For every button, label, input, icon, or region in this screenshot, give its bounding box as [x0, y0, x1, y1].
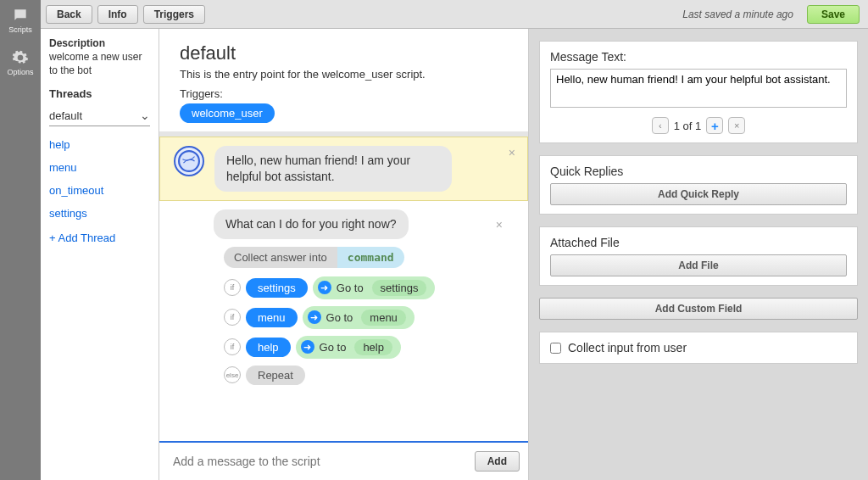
- description-label: Description: [49, 37, 150, 49]
- thread-subtitle: This is the entry point for the welcome_…: [180, 68, 508, 81]
- thread-title: default: [180, 42, 508, 64]
- thread-selected: default: [49, 109, 82, 122]
- message-text-label: Message Text:: [550, 50, 847, 64]
- add-file-button[interactable]: Add File: [550, 254, 847, 276]
- chevron-down-icon: ⌄: [140, 109, 150, 122]
- main: Back Info Triggers Last saved a minute a…: [41, 0, 868, 480]
- description-text: welcome a new user to the bot: [49, 51, 150, 77]
- back-button[interactable]: Back: [46, 5, 92, 24]
- branch-row[interactable]: if menu ➜ Go to menu: [224, 306, 515, 329]
- pager-delete-button[interactable]: ×: [728, 117, 745, 134]
- message-pager: ‹ 1 of 1 + ×: [550, 117, 847, 134]
- pager-status: 1 of 1: [674, 120, 702, 132]
- branch-condition[interactable]: settings: [246, 278, 308, 298]
- rail-scripts-label: Scripts: [8, 25, 32, 34]
- message-text-card: Message Text: ‹ 1 of 1 + ×: [539, 41, 858, 143]
- arrow-right-icon: ➜: [318, 281, 331, 294]
- delete-message-icon[interactable]: ×: [496, 218, 503, 232]
- svg-point-0: [179, 151, 199, 171]
- branch-condition[interactable]: help: [246, 338, 291, 357]
- branch-goto[interactable]: ➜ Go to settings: [313, 276, 436, 299]
- triggers-button[interactable]: Triggers: [143, 5, 205, 24]
- delete-message-icon[interactable]: ×: [509, 146, 515, 159]
- thread-select[interactable]: default ⌄: [49, 105, 150, 126]
- message-row-selected[interactable]: Hello, new human friend! I am your helpf…: [159, 137, 528, 201]
- save-button[interactable]: Save: [807, 5, 860, 24]
- toolbar: Back Info Triggers Last saved a minute a…: [41, 0, 868, 29]
- goto-target: menu: [361, 310, 406, 326]
- quick-replies-label: Quick Replies: [550, 165, 847, 178]
- attached-file-card: Attached File Add File: [539, 226, 858, 286]
- workspace: Description welcome a new user to the bo…: [41, 29, 868, 480]
- goto-label: Go to: [320, 341, 347, 354]
- message-bubble: What can I do for you right now?: [214, 209, 409, 239]
- collect-answer[interactable]: Collect answer into command: [224, 247, 515, 268]
- script-editor: default This is the entry point for the …: [159, 29, 529, 480]
- add-message-button[interactable]: Add: [475, 451, 520, 472]
- collect-label: Collect answer into: [224, 247, 337, 268]
- add-thread-button[interactable]: + Add Thread: [49, 225, 150, 244]
- add-quick-reply-button[interactable]: Add Quick Reply: [550, 183, 847, 205]
- triggers-label: Triggers:: [180, 87, 508, 100]
- trigger-chip[interactable]: welcome_user: [180, 103, 275, 123]
- if-badge: if: [224, 279, 241, 296]
- last-saved-text: Last saved a minute ago: [682, 8, 793, 20]
- thread-link[interactable]: settings: [49, 202, 150, 225]
- app-rail: Scripts Options: [0, 0, 41, 480]
- bot-avatar-icon: [174, 146, 204, 176]
- info-button[interactable]: Info: [97, 5, 138, 24]
- branch-row[interactable]: if help ➜ Go to help: [224, 336, 515, 359]
- chat-icon: [12, 7, 29, 24]
- message-bubble: Hello, new human friend! I am your helpf…: [214, 146, 452, 192]
- goto-target: help: [354, 339, 392, 355]
- pager-prev-button[interactable]: ‹: [652, 117, 669, 134]
- goto-label: Go to: [326, 311, 353, 324]
- collect-input-checkbox[interactable]: [550, 343, 561, 354]
- properties-panel: Message Text: ‹ 1 of 1 + × Quick Replies…: [529, 29, 868, 480]
- goto-label: Go to: [337, 282, 364, 294]
- add-custom-field-button[interactable]: Add Custom Field: [539, 298, 858, 320]
- message-row[interactable]: What can I do for you right now? × Colle…: [159, 201, 528, 400]
- repeat-pill[interactable]: Repeat: [246, 366, 305, 385]
- rail-options[interactable]: Options: [7, 49, 33, 76]
- gear-icon: [12, 49, 29, 66]
- collect-input-row[interactable]: Collect input from user: [550, 341, 847, 354]
- branches: if settings ➜ Go to settings if menu: [224, 276, 515, 392]
- messages-list: Hello, new human friend! I am your helpf…: [159, 131, 528, 441]
- collect-input-card: Collect input from user: [539, 332, 858, 364]
- thread-link[interactable]: on_timeout: [49, 179, 150, 202]
- else-badge: else: [224, 366, 241, 383]
- add-message-input[interactable]: [168, 449, 468, 473]
- if-badge: if: [224, 309, 241, 326]
- collect-variable: command: [337, 247, 404, 268]
- branch-condition[interactable]: menu: [246, 308, 298, 327]
- thread-link[interactable]: menu: [49, 156, 150, 179]
- quick-replies-card: Quick Replies Add Quick Reply: [539, 155, 858, 215]
- thread-link[interactable]: help: [49, 133, 150, 156]
- attached-file-label: Attached File: [550, 236, 847, 249]
- threads-label: Threads: [49, 87, 150, 100]
- arrow-right-icon: ➜: [301, 340, 314, 354]
- branch-else[interactable]: else Repeat: [224, 366, 515, 385]
- branch-goto[interactable]: ➜ Go to menu: [303, 306, 415, 329]
- bot-icon: [178, 150, 200, 172]
- editor-header: default This is the entry point for the …: [159, 29, 528, 131]
- rail-options-label: Options: [7, 68, 33, 76]
- pager-add-button[interactable]: +: [706, 117, 723, 134]
- threads-sidebar: Description welcome a new user to the bo…: [41, 29, 159, 480]
- add-message-bar: Add: [159, 441, 528, 480]
- branch-row[interactable]: if settings ➜ Go to settings: [224, 276, 515, 299]
- rail-scripts[interactable]: Scripts: [8, 7, 32, 34]
- collect-input-label: Collect input from user: [568, 341, 687, 354]
- branch-goto[interactable]: ➜ Go to help: [296, 336, 401, 359]
- message-text-input[interactable]: [550, 69, 847, 108]
- goto-target: settings: [372, 280, 427, 296]
- arrow-right-icon: ➜: [308, 310, 321, 324]
- if-badge: if: [224, 338, 241, 355]
